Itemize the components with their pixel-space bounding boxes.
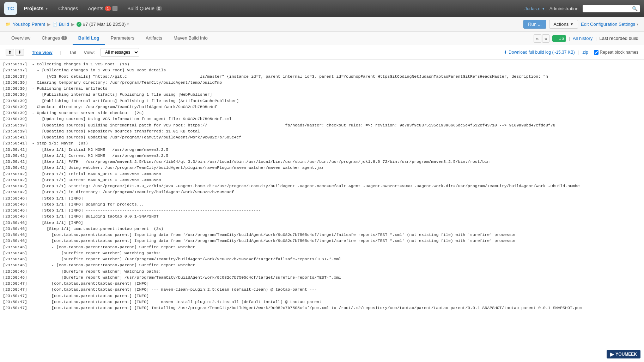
nav-projects[interactable]: Projects ▼ — [20, 4, 53, 13]
tab-changes[interactable]: Changes 1 — [36, 32, 73, 45]
nav-agents[interactable]: Agents 1 — [84, 4, 122, 13]
nav-user[interactable]: Judas.n ▼ — [524, 6, 545, 11]
agents-badge: 1 — [105, 6, 111, 11]
all-history-link[interactable]: All history — [573, 36, 593, 41]
collapse-all-button[interactable]: ⬇ — [16, 49, 24, 56]
build-log-header: ⬆ ⬇ Tree view | Tail View: All messages … — [0, 45, 644, 60]
download-link[interactable]: ⬇ Download full build log (~15.37 KB) | … — [504, 50, 588, 55]
breadcrumb-sep-2: ▶ — [71, 22, 74, 27]
breadcrumb-actions: Run ... Actions ▼ Edit Configuration Set… — [523, 20, 638, 29]
download-icon: ⬇ — [504, 50, 507, 55]
nav-admin[interactable]: Administration — [549, 6, 578, 11]
tabs-right: « « ✓ #6 | All history | Last recorded b… — [534, 34, 638, 43]
build-check-icon: ✓ — [554, 36, 558, 41]
divider-zip: | — [578, 50, 579, 55]
view-label: View: — [84, 50, 95, 55]
nav-build-queue[interactable]: Build Queue 0 — [123, 4, 166, 13]
agents-icon — [113, 6, 117, 11]
expand-all-button[interactable]: ⬆ — [6, 49, 14, 56]
view-select[interactable]: All messages — [101, 48, 139, 57]
last-recorded-build[interactable]: Last recorded build — [599, 36, 638, 41]
tab-overview[interactable]: Overview — [6, 32, 36, 45]
tail-link[interactable]: Tail — [67, 49, 78, 56]
log-content[interactable]: [23:50:37] - Collecting changes in 1 VCS… — [0, 60, 644, 351]
divider-2: | — [595, 36, 596, 41]
teamcity-logo: TC — [4, 2, 17, 15]
divider-3: | — [60, 50, 61, 55]
top-navigation: TC Projects ▼ Changes Agents 1 Build Que… — [0, 0, 644, 17]
edit-config-link[interactable]: Edit Configuration Settings ▾ — [581, 22, 638, 27]
build-dropdown-icon[interactable]: ▾ — [127, 22, 129, 26]
breadcrumb-current: ✓ #7 (07 Mar 16 23:50) ▾ — [77, 22, 129, 27]
build-page-icon: 📄 — [53, 22, 57, 26]
divider-1: | — [569, 36, 570, 41]
breadcrumb-bar: 📁 Youshop Parent ▶ 📄 Build ▶ ✓ #7 (07 Ma… — [0, 17, 644, 32]
build-success-icon: ✓ — [77, 22, 81, 27]
tree-view-link[interactable]: Tree view — [30, 49, 55, 56]
repeat-block-checkbox[interactable] — [594, 50, 599, 55]
tab-parameters[interactable]: Parameters — [105, 32, 140, 45]
nav-arrows: « « — [534, 34, 550, 43]
log-controls: ⬆ ⬇ — [6, 49, 24, 56]
prev-build-btn[interactable]: « — [534, 34, 541, 43]
actions-arrow-icon: ▼ — [570, 22, 573, 26]
changes-badge: 1 — [61, 36, 67, 40]
breadcrumb-parent[interactable]: Youshop Parent — [13, 22, 45, 27]
breadcrumb-sep-1: ▶ — [47, 22, 50, 27]
tab-build-log[interactable]: Build Log — [73, 32, 105, 45]
repeat-block-names: Repeat block names — [594, 50, 638, 55]
nav-right: Judas.n ▼ Administration 🔍 — [524, 5, 640, 12]
build-number-badge: ✓ #6 — [552, 35, 566, 42]
nav-search-box: 🔍 — [583, 5, 640, 12]
youshop-icon: 📁 — [6, 22, 11, 26]
run-button[interactable]: Run ... — [523, 20, 546, 29]
build-queue-badge: 0 — [156, 6, 162, 11]
search-input[interactable] — [585, 6, 631, 11]
youmeek-logo: ▶ YOUMEEK — [607, 350, 640, 351]
user-arrow-icon: ▼ — [542, 7, 545, 11]
nav-items: Projects ▼ Changes Agents 1 Build Queue … — [20, 4, 522, 13]
edit-config-icon: ▾ — [637, 22, 638, 26]
nav-changes[interactable]: Changes — [54, 4, 82, 13]
actions-button[interactable]: Actions ▼ — [549, 20, 578, 29]
tabs-bar: Overview Changes 1 Build Log Parameters … — [0, 32, 644, 45]
breadcrumb-build[interactable]: 📄 Build — [53, 22, 69, 27]
search-icon[interactable]: 🔍 — [632, 6, 638, 11]
next-build-btn[interactable]: « — [542, 34, 550, 43]
projects-arrow-icon: ▼ — [45, 7, 48, 11]
tab-maven-build-info[interactable]: Maven Build Info — [168, 32, 213, 45]
tab-artifacts[interactable]: Artifacts — [140, 32, 168, 45]
